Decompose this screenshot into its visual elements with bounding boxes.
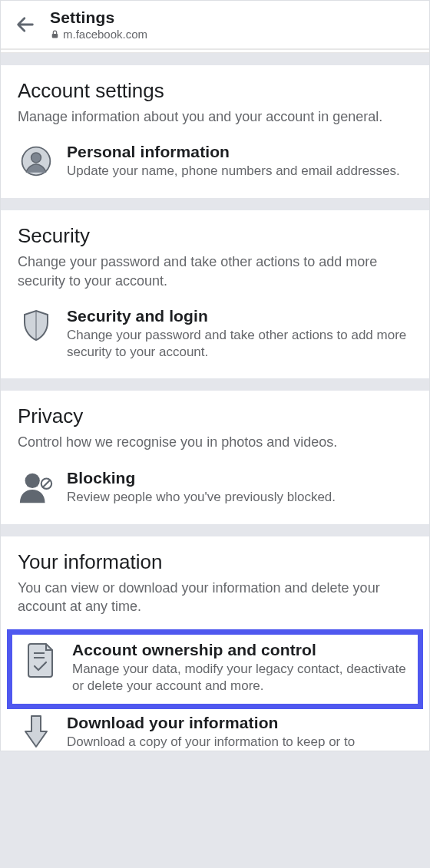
row-desc: Download a copy of your information to k… (67, 734, 412, 751)
section-desc: You can view or download your informatio… (18, 579, 412, 616)
section-title: Your information (18, 550, 412, 574)
row-desc: Manage your data, modify your legacy con… (72, 661, 407, 695)
row-text: Blocking Review people who you've previo… (67, 469, 412, 506)
row-security-login[interactable]: Security and login Change your password … (18, 304, 412, 365)
blocking-icon (18, 469, 55, 506)
header-bar: Settings m.facebook.com (1, 1, 429, 49)
page-title: Settings (50, 8, 147, 27)
row-title: Account ownership and control (72, 641, 407, 659)
svg-point-3 (25, 473, 40, 487)
row-title: Blocking (67, 469, 412, 487)
divider-strip (1, 49, 429, 53)
svg-rect-0 (52, 34, 58, 38)
download-arrow-icon (18, 714, 55, 751)
section-your-information: Your information You can view or downloa… (1, 536, 429, 751)
settings-page: Settings m.facebook.com Account settings… (0, 0, 430, 751)
row-desc: Update your name, phone numbers and emai… (67, 163, 412, 180)
row-text: Download your information Download a cop… (67, 714, 412, 751)
highlighted-row-container: Account ownership and control Manage you… (7, 629, 423, 709)
section-desc: Manage information about you and your ac… (18, 107, 412, 126)
row-text: Personal information Update your name, p… (67, 143, 412, 180)
row-account-ownership[interactable]: Account ownership and control Manage you… (23, 641, 407, 695)
row-personal-information[interactable]: Personal information Update your name, p… (18, 140, 412, 184)
page-url: m.facebook.com (50, 28, 147, 41)
section-title: Privacy (18, 404, 412, 428)
section-account: Account settings Manage information abou… (1, 65, 429, 198)
svg-point-2 (31, 153, 41, 163)
row-text: Account ownership and control Manage you… (72, 641, 407, 695)
back-arrow-icon (15, 14, 36, 35)
row-blocking[interactable]: Blocking Review people who you've previo… (18, 466, 412, 510)
url-text: m.facebook.com (63, 28, 147, 41)
person-icon (18, 143, 55, 180)
row-desc: Change your password and take other acti… (67, 327, 412, 361)
section-title: Security (18, 224, 412, 248)
section-title: Account settings (18, 79, 412, 103)
row-text: Security and login Change your password … (67, 307, 412, 361)
header-text: Settings m.facebook.com (50, 8, 147, 41)
row-title: Download your information (67, 714, 412, 732)
section-desc: Change your password and take other acti… (18, 252, 412, 290)
section-desc: Control how we recognise you in photos a… (18, 433, 412, 451)
row-title: Personal information (67, 143, 412, 161)
row-desc: Review people who you've previously bloc… (67, 489, 412, 506)
section-security: Security Change your password and take o… (1, 210, 429, 378)
section-privacy: Privacy Control how we recognise you in … (1, 391, 429, 523)
row-download-information[interactable]: Download your information Download a cop… (18, 711, 412, 751)
row-title: Security and login (67, 307, 412, 325)
shield-icon (18, 307, 55, 344)
lock-icon (50, 29, 60, 39)
back-button[interactable] (12, 11, 39, 38)
document-check-icon (23, 641, 60, 678)
